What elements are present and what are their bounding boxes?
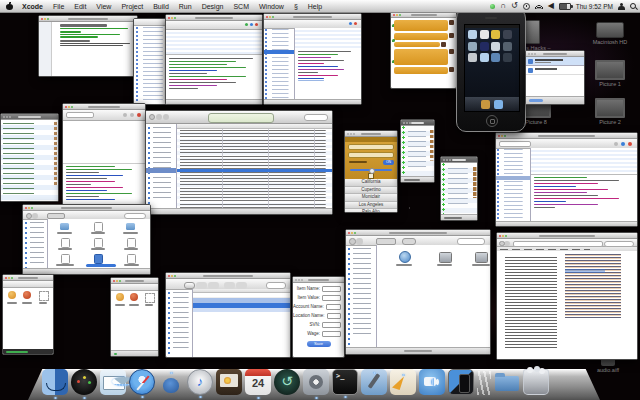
app-icon[interactable] bbox=[491, 53, 500, 62]
window-xcode-project-2[interactable] bbox=[495, 132, 638, 227]
form-input[interactable] bbox=[326, 304, 341, 311]
script-menu-icon[interactable]: § bbox=[294, 3, 298, 10]
itunes-sidebar[interactable] bbox=[146, 124, 177, 208]
list-row-selected[interactable] bbox=[526, 57, 584, 66]
window-xcode-project-1[interactable] bbox=[263, 13, 362, 105]
widget-slider[interactable] bbox=[350, 169, 392, 171]
dock-system-preferences-icon[interactable] bbox=[303, 369, 329, 395]
document-icon[interactable] bbox=[127, 254, 136, 264]
app-bundle-icon[interactable] bbox=[130, 293, 138, 301]
view-switcher[interactable] bbox=[376, 238, 396, 245]
form-row[interactable]: Wage: bbox=[293, 331, 341, 338]
dock-adium-icon[interactable] bbox=[158, 369, 184, 395]
wifi-icon[interactable] bbox=[535, 3, 543, 9]
app-icon[interactable] bbox=[468, 30, 477, 39]
battery-icon[interactable] bbox=[559, 3, 571, 10]
search-field[interactable] bbox=[604, 241, 634, 247]
sync-icon[interactable]: ↺ bbox=[511, 2, 518, 10]
list-row[interactable] bbox=[526, 66, 584, 75]
form-input[interactable] bbox=[322, 286, 341, 293]
app-bundle-icon[interactable] bbox=[8, 291, 16, 299]
song-list[interactable] bbox=[177, 129, 332, 208]
menu-item[interactable]: Design bbox=[202, 3, 224, 10]
network-globe-icon[interactable] bbox=[399, 251, 411, 263]
mailbox-sidebar[interactable] bbox=[166, 289, 193, 357]
iphone-home-button[interactable] bbox=[486, 115, 498, 127]
time-machine-menu-icon[interactable] bbox=[523, 3, 530, 10]
window-finder-network[interactable] bbox=[345, 229, 491, 355]
playback-controls[interactable] bbox=[149, 114, 155, 120]
app-icon[interactable] bbox=[491, 30, 500, 39]
window-buddy-list-2[interactable] bbox=[440, 156, 478, 221]
computer-icon[interactable] bbox=[439, 252, 452, 263]
back-forward-buttons[interactable] bbox=[499, 241, 505, 247]
dock-itunes-icon[interactable]: ♪ bbox=[187, 369, 213, 395]
folder-icon[interactable] bbox=[60, 223, 69, 230]
dock-time-machine-icon[interactable]: ↺ bbox=[274, 369, 300, 395]
menu-xcode[interactable]: Xcode bbox=[22, 3, 43, 10]
ichat-status-icon[interactable] bbox=[490, 4, 495, 9]
form-row[interactable]: Item Name: bbox=[293, 286, 341, 293]
iphone-device[interactable] bbox=[456, 8, 526, 132]
window-chat-green[interactable] bbox=[38, 15, 138, 77]
window-adium-contact-list[interactable] bbox=[0, 113, 59, 202]
window-xcode-editor-1[interactable] bbox=[165, 14, 263, 105]
back-forward-buttons[interactable] bbox=[349, 238, 356, 245]
form-input[interactable] bbox=[322, 322, 341, 329]
dock-iphone-dev-icon[interactable] bbox=[448, 369, 474, 395]
window-browser[interactable] bbox=[496, 232, 638, 360]
placeholder-icon[interactable] bbox=[39, 291, 49, 301]
menu-item[interactable]: Edit bbox=[74, 3, 86, 10]
dock-xcode-icon[interactable] bbox=[361, 369, 387, 395]
form-row[interactable]: Account Name: bbox=[293, 304, 341, 311]
menu-clock[interactable]: Thu 9:52 PM bbox=[576, 3, 613, 10]
app-bundle-icon[interactable] bbox=[23, 291, 31, 299]
window-finder-small-2[interactable] bbox=[110, 277, 159, 357]
menu-item[interactable]: Project bbox=[121, 3, 143, 10]
widget-field-1[interactable] bbox=[348, 144, 394, 150]
document-icon[interactable] bbox=[127, 238, 136, 248]
app-icon[interactable] bbox=[468, 42, 477, 51]
url-field[interactable] bbox=[513, 241, 603, 247]
form-row[interactable]: Item Value: bbox=[293, 295, 341, 302]
apple-menu-icon[interactable] bbox=[6, 2, 13, 10]
dock-documents-folder-icon[interactable] bbox=[494, 369, 520, 395]
app-icon[interactable] bbox=[480, 53, 489, 62]
window-form[interactable]: Item Name:Item Value:Account Name:Locati… bbox=[292, 276, 345, 358]
menu-item[interactable]: File bbox=[53, 3, 64, 10]
dock-terminal-icon[interactable]: >_ bbox=[332, 369, 358, 395]
widget-city-row[interactable]: Cupertino bbox=[345, 187, 397, 195]
groups-files-sidebar[interactable] bbox=[496, 148, 531, 222]
app-icon[interactable] bbox=[491, 42, 500, 51]
file-list[interactable] bbox=[531, 148, 637, 175]
search-field[interactable] bbox=[266, 282, 286, 289]
dock-trash-icon[interactable] bbox=[523, 369, 549, 395]
folder-icon[interactable] bbox=[126, 223, 135, 230]
dock-ichat-icon[interactable] bbox=[419, 369, 445, 395]
menu-item[interactable]: View bbox=[96, 3, 111, 10]
app-icon[interactable] bbox=[503, 30, 512, 39]
document-icon-selected[interactable] bbox=[94, 254, 103, 264]
document-icon[interactable] bbox=[61, 238, 70, 248]
search-field[interactable] bbox=[304, 114, 328, 121]
finder-sidebar[interactable] bbox=[23, 219, 48, 269]
widget-checkbox[interactable] bbox=[368, 173, 374, 179]
window-itunes[interactable] bbox=[145, 110, 333, 215]
window-mail[interactable] bbox=[165, 272, 291, 358]
finder-sidebar[interactable] bbox=[346, 245, 377, 348]
window-finder-icon-view[interactable] bbox=[22, 204, 151, 275]
menu-item[interactable]: SCM bbox=[233, 3, 249, 10]
form-input[interactable] bbox=[327, 313, 341, 320]
document-icon[interactable] bbox=[94, 222, 103, 232]
widget-field-2[interactable] bbox=[348, 152, 394, 158]
dock-interface-builder-icon[interactable] bbox=[390, 369, 416, 395]
desktop-icon-macintosh-hd[interactable]: Macintosh HD bbox=[584, 22, 636, 45]
form-row[interactable]: SVN: bbox=[293, 322, 341, 329]
app-icon[interactable] bbox=[503, 42, 512, 51]
widget-city-row[interactable]: Los Angeles bbox=[345, 202, 397, 210]
save-button[interactable]: Save bbox=[307, 341, 331, 347]
headphones-icon[interactable]: ∩ bbox=[500, 2, 506, 10]
volume-icon[interactable]: ◀ bbox=[548, 2, 554, 10]
window-status-widget[interactable]: ON CaliforniaCupertinoMontclairLos Angel… bbox=[344, 130, 398, 213]
dock-finder-icon[interactable] bbox=[42, 369, 68, 395]
